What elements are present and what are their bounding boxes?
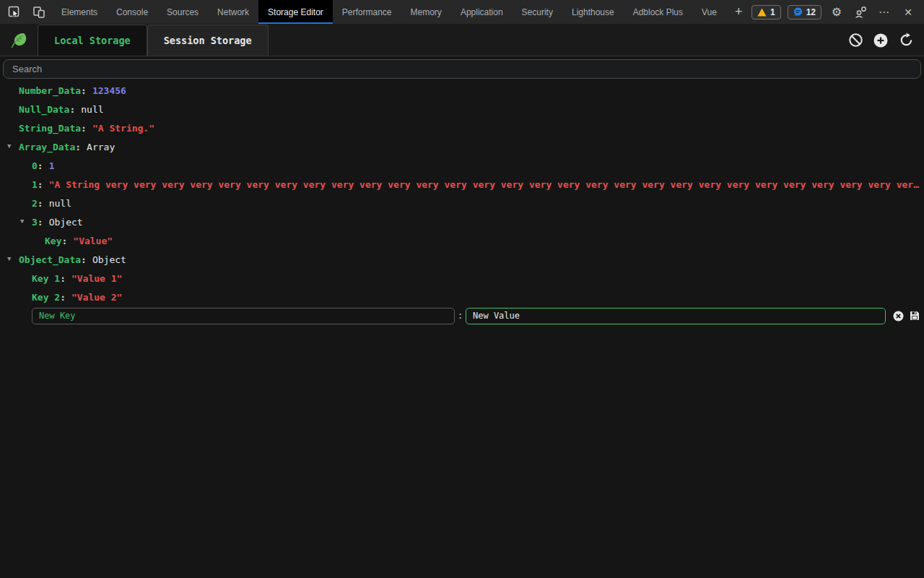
clear-all-icon[interactable]	[847, 32, 864, 49]
devtools-tab-performance[interactable]: Performance	[333, 0, 401, 24]
new-entry-row: :	[0, 306, 924, 325]
devtools-right-cluster: 1 12 ⚙ ⋯ ✕	[751, 0, 924, 24]
cancel-entry-icon[interactable]	[892, 310, 904, 322]
devtools-tab-adblock-plus[interactable]: Adblock Plus	[624, 0, 692, 24]
extension-leaf-logo	[0, 25, 38, 56]
storage-tab-local-storage[interactable]: Local Storage	[38, 25, 147, 56]
tree-colon: :	[38, 198, 43, 209]
search-input[interactable]	[3, 59, 921, 79]
more-tabs-button[interactable]: +	[726, 0, 751, 24]
devtools-left-icons	[0, 0, 52, 24]
new-value-input[interactable]	[466, 308, 886, 324]
devtools-tab-bar: ElementsConsoleSourcesNetworkStorage Edi…	[0, 0, 924, 25]
save-entry-icon[interactable]	[909, 310, 920, 322]
expand-arrow-icon[interactable]: ▼	[20, 217, 32, 225]
tree-row[interactable]: 2:null	[0, 194, 924, 212]
key-value-separator: :	[455, 311, 466, 321]
devtools-tab-storage-editor[interactable]: Storage Editor	[258, 0, 333, 24]
tree-key: 0	[32, 160, 38, 171]
tree-row[interactable]: ▼3:Object	[0, 212, 924, 231]
tree-key: Key 2	[32, 292, 60, 303]
devtools-tab-console[interactable]: Console	[107, 0, 157, 24]
tree-key: String_Data	[19, 123, 81, 134]
devtools-tab-memory[interactable]: Memory	[401, 0, 451, 24]
tree-colon: :	[60, 273, 66, 284]
tree-value: 123456	[92, 85, 126, 96]
devtools-tab-application[interactable]: Application	[451, 0, 513, 24]
expand-arrow-icon[interactable]: ▼	[7, 255, 19, 262]
tree-key: 2	[32, 198, 38, 209]
tree-row[interactable]: 0:1	[0, 156, 924, 175]
devtools-tabs: ElementsConsoleSourcesNetworkStorage Edi…	[52, 0, 726, 24]
tree-key: 1	[32, 179, 38, 190]
settings-gear-icon[interactable]: ⚙	[828, 4, 845, 21]
devtools-tab-network[interactable]: Network	[208, 0, 258, 24]
tree-colon: :	[38, 217, 43, 228]
tree-colon: :	[60, 292, 66, 303]
warning-triangle-icon	[757, 8, 767, 17]
tree-row[interactable]: ▼Object_Data:Object	[0, 250, 924, 269]
overflow-menu-icon[interactable]: ⋯	[876, 4, 893, 21]
tree-value: null	[81, 104, 103, 115]
tree-colon: :	[38, 160, 43, 171]
warnings-badge[interactable]: 1	[751, 5, 781, 20]
tree-colon: :	[69, 104, 75, 115]
expand-arrow-icon[interactable]: ▼	[7, 142, 19, 150]
message-count: 12	[806, 7, 816, 17]
inspect-element-icon[interactable]	[6, 4, 23, 21]
devtools-tab-security[interactable]: Security	[513, 0, 562, 24]
tree-colon: :	[81, 254, 87, 265]
tree-key: Key 1	[32, 273, 60, 284]
feedback-person-icon[interactable]	[852, 4, 869, 21]
storage-tab-session-storage[interactable]: Session Storage	[147, 25, 269, 56]
close-devtools-icon[interactable]: ✕	[899, 4, 917, 21]
tree-row[interactable]: String_Data:"A String."	[0, 118, 924, 137]
new-key-input[interactable]	[32, 308, 455, 324]
tree-colon: :	[81, 85, 87, 96]
tree-value: "A String."	[92, 123, 154, 134]
tree-value: Array	[87, 142, 115, 152]
storage-editor-toolbar: Local StorageSession Storage	[0, 25, 924, 56]
devtools-tab-sources[interactable]: Sources	[157, 0, 208, 24]
tree-value: Object	[49, 217, 83, 228]
refresh-icon[interactable]	[897, 32, 915, 49]
device-toolbar-icon[interactable]	[30, 4, 48, 21]
tree-value: 1	[49, 160, 55, 171]
devtools-tab-vue[interactable]: Vue	[692, 0, 726, 24]
tree-row[interactable]: Key:"Value"	[0, 231, 924, 250]
tree-key: Array_Data	[19, 142, 75, 152]
tree-value: "Value"	[73, 236, 113, 246]
tree-colon: :	[81, 123, 87, 134]
search-row	[0, 56, 924, 80]
tree-row[interactable]: 1:"A String very very very very very ver…	[0, 175, 924, 194]
devtools-tab-lighthouse[interactable]: Lighthouse	[562, 0, 624, 24]
tree-value: "A String very very very very very very …	[49, 179, 924, 190]
tree-key: Key	[45, 236, 61, 246]
editor-actions	[892, 310, 920, 322]
tree-value: "Value 1"	[71, 273, 122, 284]
message-bubble-icon	[793, 7, 803, 17]
storage-tabs: Local StorageSession Storage	[38, 25, 269, 56]
tree-colon: :	[75, 142, 81, 152]
storage-tree: Number_Data:123456Null_Data:nullString_D…	[0, 80, 924, 306]
tree-value: null	[49, 198, 71, 209]
storage-actions	[847, 25, 924, 56]
tree-colon: :	[38, 179, 43, 190]
tree-key: Null_Data	[19, 104, 69, 115]
tree-key: 3	[32, 217, 38, 228]
tree-value: Object	[92, 254, 126, 265]
tree-row[interactable]: ▼Array_Data:Array	[0, 137, 924, 156]
devtools-tab-elements[interactable]: Elements	[52, 0, 107, 24]
warning-count: 1	[770, 7, 775, 17]
tree-row[interactable]: Null_Data:null	[0, 100, 924, 118]
tree-row[interactable]: Key 1:"Value 1"	[0, 269, 924, 288]
tree-key: Number_Data	[19, 85, 81, 96]
tree-row[interactable]: Key 2:"Value 2"	[0, 288, 924, 306]
tree-colon: :	[61, 236, 67, 246]
tree-row[interactable]: Number_Data:123456	[0, 81, 924, 100]
add-entry-icon[interactable]	[872, 32, 889, 49]
leaf-icon	[8, 30, 30, 51]
messages-badge[interactable]: 12	[788, 5, 821, 20]
tree-key: Object_Data	[19, 254, 81, 265]
tree-value: "Value 2"	[71, 292, 122, 303]
